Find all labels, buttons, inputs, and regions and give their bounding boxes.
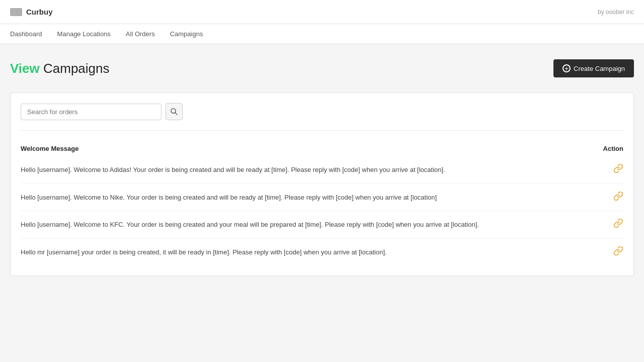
campaigns-table: Welcome Message Action Hello [username].… — [21, 141, 623, 265]
page-title-rest: Campaigns — [40, 61, 110, 76]
search-icon — [170, 108, 178, 116]
table-row: Hello [username]. Welcome to Adidas! You… — [21, 156, 623, 184]
table-row: Hello [username]. Welcome to KFC. Your o… — [21, 211, 623, 239]
create-campaign-label: Create Campaign — [574, 65, 625, 72]
search-row — [21, 103, 623, 131]
nav-dashboard[interactable]: Dashboard — [10, 28, 42, 40]
message-cell: Hello [username]. Welcome to KFC. Your o… — [21, 211, 598, 239]
col-header-action: Action — [598, 141, 623, 156]
search-input[interactable] — [21, 104, 162, 120]
table-header-row: Welcome Message Action — [21, 141, 623, 156]
action-cell — [598, 238, 623, 265]
action-cell — [598, 156, 623, 184]
page-title-row: View Campaigns + Create Campaign — [10, 59, 634, 77]
edit-icon[interactable] — [613, 250, 623, 257]
app-name: Curbuy — [26, 8, 53, 16]
svg-line-1 — [175, 113, 177, 115]
page-title-highlight: View — [10, 61, 40, 76]
plus-circle-icon: + — [562, 64, 571, 72]
table-row: Hello mr [username] your order is being … — [21, 238, 623, 265]
search-button[interactable] — [166, 103, 183, 120]
header: Curbuy by ooober inc — [0, 0, 644, 24]
edit-icon[interactable] — [613, 222, 623, 230]
logo-area: Curbuy — [10, 8, 53, 16]
action-cell — [598, 184, 623, 211]
campaigns-card: Welcome Message Action Hello [username].… — [10, 93, 634, 276]
brand-text: by ooober inc — [598, 9, 634, 16]
action-cell — [598, 211, 623, 239]
message-cell: Hello [username]. Welcome to Adidas! You… — [21, 156, 598, 184]
main-content: View Campaigns + Create Campaign Welcome… — [0, 44, 644, 291]
page-title: View Campaigns — [10, 61, 110, 76]
col-header-message: Welcome Message — [21, 141, 598, 156]
edit-icon[interactable] — [613, 167, 623, 175]
nav-manage-locations[interactable]: Manage Locations — [57, 28, 111, 40]
nav-all-orders[interactable]: All Orders — [126, 28, 155, 40]
table-row: Hello [username]. Welcome to Nike. Your … — [21, 184, 623, 211]
main-nav: Dashboard Manage Locations All Orders Ca… — [0, 24, 644, 44]
create-campaign-button[interactable]: + Create Campaign — [553, 59, 634, 77]
nav-campaigns[interactable]: Campaigns — [170, 28, 203, 40]
message-cell: Hello mr [username] your order is being … — [21, 238, 598, 265]
edit-icon[interactable] — [613, 195, 623, 203]
message-cell: Hello [username]. Welcome to Nike. Your … — [21, 184, 598, 211]
logo-icon — [10, 8, 22, 16]
